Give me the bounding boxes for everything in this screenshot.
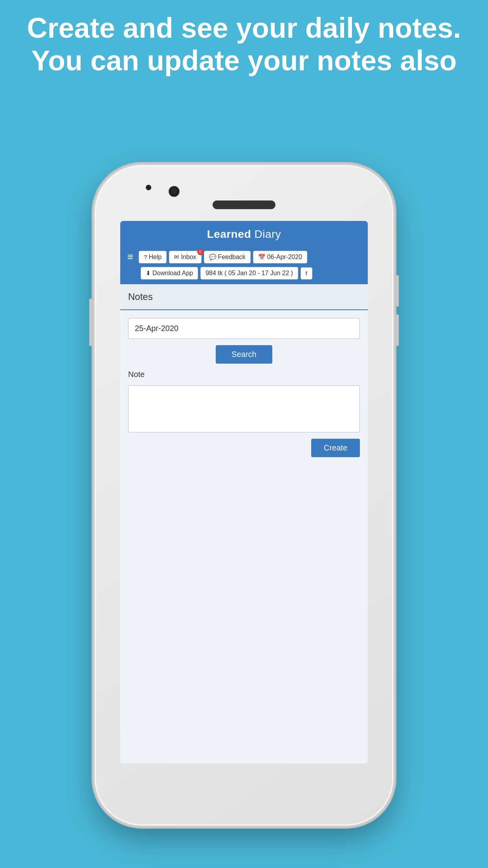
calendar-icon: 📅 xyxy=(258,254,266,261)
app-title-regular: Diary xyxy=(251,228,281,240)
inbox-icon: ✉ xyxy=(174,254,179,261)
feedback-label: Feedback xyxy=(218,254,246,261)
download-icon: ⬇ xyxy=(146,270,151,277)
speaker xyxy=(213,200,275,209)
stats-button[interactable]: 984 tk ( 05 Jan 20 - 17 Jun 22 ) xyxy=(200,267,298,280)
date-button[interactable]: 📅 06-Apr-2020 xyxy=(253,251,307,263)
create-button[interactable]: Create xyxy=(311,439,360,457)
facebook-button[interactable]: f xyxy=(301,267,312,280)
content-body: Search Note Create xyxy=(120,310,368,465)
date-label: 06-Apr-2020 xyxy=(267,254,302,261)
nav-row-1: ≡ ? Help ✉ Inbox 0 💬 Feedback 📅 06-Apr-2… xyxy=(124,249,364,265)
hamburger-menu[interactable]: ≡ xyxy=(124,249,136,265)
download-app-button[interactable]: ⬇ Download App xyxy=(141,267,198,280)
app-title: Learned Diary xyxy=(120,228,368,241)
create-btn-row: Create xyxy=(128,439,360,457)
power-button xyxy=(89,299,92,346)
volume-down-button xyxy=(396,314,399,346)
inbox-badge: 0 xyxy=(197,249,204,255)
section-header: Notes xyxy=(120,284,368,310)
section-title: Notes xyxy=(128,291,153,302)
nav-bar: ≡ ? Help ✉ Inbox 0 💬 Feedback 📅 06-Apr-2… xyxy=(120,246,368,284)
nav-row-2: ⬇ Download App 984 tk ( 05 Jan 20 - 17 J… xyxy=(124,267,364,280)
help-button[interactable]: ? Help xyxy=(139,251,167,263)
feedback-icon: 💬 xyxy=(209,254,216,261)
feedback-button[interactable]: 💬 Feedback xyxy=(204,251,251,263)
inbox-button[interactable]: ✉ Inbox 0 xyxy=(169,251,201,263)
hero-text: Create and see your daily notes. You can… xyxy=(8,12,480,77)
front-camera xyxy=(169,187,179,196)
app-header: Learned Diary xyxy=(120,221,368,246)
phone-shell: Learned Diary ≡ ? Help ✉ Inbox 0 💬 Feedb… xyxy=(95,165,393,826)
earpiece xyxy=(146,185,151,190)
stats-label: 984 tk ( 05 Jan 20 - 17 Jun 22 ) xyxy=(205,270,293,277)
facebook-icon: f xyxy=(306,270,307,277)
content-area: Notes Search Note Create xyxy=(120,284,368,763)
help-icon: ? xyxy=(144,254,147,260)
app-title-bold: Learned xyxy=(207,228,251,240)
date-input[interactable] xyxy=(128,318,360,339)
help-label: Help xyxy=(149,254,162,261)
note-label: Note xyxy=(128,370,360,379)
note-textarea[interactable] xyxy=(128,385,360,432)
volume-up-button xyxy=(396,275,399,307)
phone-screen: Learned Diary ≡ ? Help ✉ Inbox 0 💬 Feedb… xyxy=(120,221,368,763)
download-label: Download App xyxy=(152,270,193,277)
phone-top xyxy=(95,165,393,209)
search-button[interactable]: Search xyxy=(216,345,272,364)
inbox-label: Inbox xyxy=(181,254,196,261)
